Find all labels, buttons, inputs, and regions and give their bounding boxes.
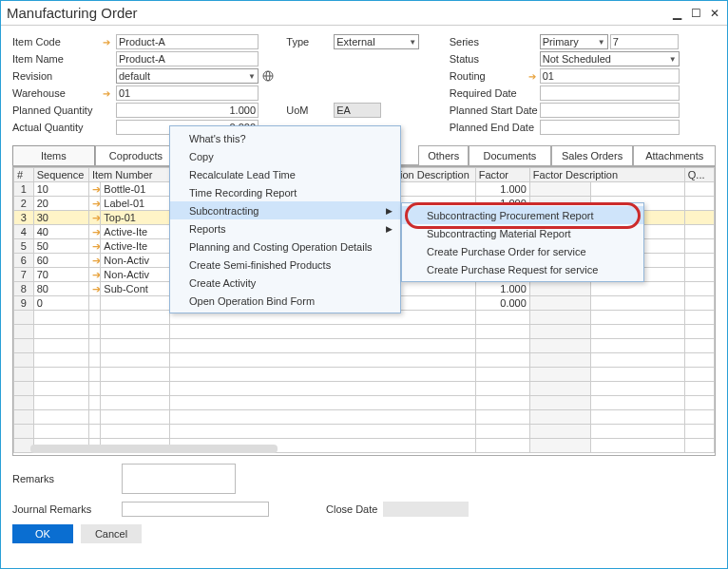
link-arrow-icon[interactable]: ➔ [88, 225, 100, 239]
menu-subcontracting[interactable]: Subcontracting ▶ [170, 201, 400, 219]
close-icon[interactable]: ✕ [708, 7, 721, 20]
tab-items[interactable]: Items [12, 145, 95, 165]
cell-item-number[interactable]: Top-01 [101, 211, 170, 225]
cell-q[interactable] [684, 282, 714, 296]
item-code-input[interactable]: Product-A [116, 34, 259, 49]
menu-copy[interactable]: Copy [170, 147, 400, 165]
revision-select[interactable]: default ▼ [116, 68, 259, 84]
planned-start-input[interactable] [540, 103, 680, 118]
cell-sequence[interactable]: 10 [33, 182, 88, 197]
cell-sequence[interactable]: 20 [33, 197, 88, 211]
tab-others[interactable]: Others [418, 145, 469, 165]
tab-coproducts[interactable]: Coproducts [95, 145, 178, 165]
ok-button[interactable]: OK [12, 524, 73, 543]
item-name-input[interactable]: Product-A [116, 51, 259, 66]
submenu-create-po-service[interactable]: Create Purchase Order for service [402, 242, 643, 260]
warehouse-input[interactable]: 01 [116, 85, 259, 101]
menu-planning-costing[interactable]: Planning and Costing Operation Details [170, 237, 400, 256]
menu-open-bind-form[interactable]: Open Operation Bind Form [170, 292, 400, 310]
minimize-icon[interactable]: ▁ [670, 7, 683, 20]
cell-q[interactable] [684, 225, 714, 239]
cell-item-number[interactable]: Non-Activ [101, 254, 170, 268]
menu-recalculate-lead-time[interactable]: Recalculate Lead Time [170, 165, 400, 183]
cell-factor[interactable]: 1.000 [475, 182, 529, 197]
col-rownum[interactable]: # [14, 168, 34, 182]
cell-item-number[interactable]: Active-Ite [101, 239, 170, 254]
journal-remarks-input[interactable] [122, 502, 269, 517]
cell-factor[interactable]: 0.000 [475, 296, 529, 311]
cell-factor-desc[interactable] [529, 182, 590, 197]
remarks-input[interactable] [122, 464, 236, 494]
cell-item-number[interactable]: Active-Ite [101, 225, 170, 239]
chevron-down-icon: ▼ [598, 38, 605, 47]
cell-sequence[interactable]: 50 [33, 239, 88, 254]
tab-sales-orders[interactable]: Sales Orders [551, 145, 634, 165]
maximize-icon[interactable]: ☐ [689, 7, 702, 20]
link-arrow-icon[interactable]: ➔ [103, 37, 116, 47]
menu-time-recording-report[interactable]: Time Recording Report [170, 183, 400, 201]
submenu-create-pr-service[interactable]: Create Purchase Request for service [402, 260, 643, 278]
cancel-button[interactable]: Cancel [81, 524, 142, 543]
type-select[interactable]: External ▼ [334, 34, 419, 49]
cell-item-number[interactable]: Bottle-01 [101, 182, 170, 197]
cell-q[interactable] [684, 254, 714, 268]
col-factor-description[interactable]: Factor Description [529, 168, 684, 182]
submenu-procurement-report[interactable]: Subcontracting Procurement Report [402, 206, 643, 224]
cell-empty[interactable] [591, 182, 685, 197]
cell-item-number[interactable]: Label-01 [101, 197, 170, 211]
menu-create-activity[interactable]: Create Activity [170, 274, 400, 292]
link-arrow-icon[interactable]: ➔ [88, 282, 100, 296]
status-select[interactable]: Not Scheduled ▼ [540, 51, 680, 66]
cell-q[interactable] [684, 296, 714, 311]
menu-whats-this[interactable]: What's this? [170, 129, 400, 147]
cell-q[interactable] [684, 211, 714, 225]
cell-sequence[interactable]: 80 [33, 282, 88, 296]
cell-q[interactable] [684, 239, 714, 254]
cell-sequence[interactable]: 0 [33, 296, 88, 311]
cell-q[interactable] [684, 268, 714, 282]
cell-sequence[interactable]: 40 [33, 225, 88, 239]
link-arrow-icon[interactable]: ➔ [88, 254, 100, 268]
link-arrow-icon[interactable]: ➔ [88, 197, 100, 211]
planned-end-input[interactable] [540, 120, 680, 135]
tab-attachments[interactable]: Attachments [633, 145, 716, 165]
submenu-material-report[interactable]: Subcontracting Material Report [402, 224, 643, 242]
col-sequence[interactable]: Sequence [33, 168, 88, 182]
context-menu: What's this? Copy Recalculate Lead Time … [169, 125, 401, 313]
cell-sequence[interactable]: 70 [33, 268, 88, 282]
link-arrow-icon[interactable]: ➔ [103, 88, 116, 99]
tab-documents[interactable]: Documents [469, 145, 551, 165]
series-select[interactable]: Primary ▼ [540, 34, 608, 49]
cell-empty[interactable] [591, 282, 685, 296]
cell-item-number[interactable]: Sub-Cont [101, 282, 170, 296]
menu-create-semifinished[interactable]: Create Semi-finished Products [170, 256, 400, 274]
series-number-input[interactable]: 7 [610, 34, 679, 49]
cell-factor-desc[interactable] [529, 282, 590, 296]
cell-q[interactable] [684, 197, 714, 211]
horizontal-scrollbar[interactable] [30, 445, 278, 453]
cell-factor[interactable]: 1.000 [475, 282, 529, 296]
required-date-input[interactable] [540, 85, 680, 101]
footer: OK Cancel [12, 524, 716, 543]
cell-item-number[interactable] [101, 296, 170, 311]
link-arrow-icon[interactable]: ➔ [528, 71, 540, 82]
menu-reports[interactable]: Reports ▶ [170, 219, 400, 237]
table-row-empty [14, 382, 715, 396]
globe-icon[interactable] [261, 69, 275, 83]
planned-qty-input[interactable]: 1.000 [116, 103, 259, 118]
col-factor[interactable]: Factor [475, 168, 529, 182]
cell-q[interactable] [684, 182, 714, 197]
cell-item-number[interactable]: Non-Activ [101, 268, 170, 282]
link-arrow-icon[interactable]: ➔ [88, 211, 100, 225]
col-item-number[interactable]: Item Number [88, 168, 169, 182]
link-arrow-icon[interactable] [88, 296, 100, 311]
link-arrow-icon[interactable]: ➔ [88, 182, 100, 197]
routing-input[interactable]: 01 [540, 68, 680, 84]
col-q[interactable]: Q... [684, 168, 714, 182]
cell-empty[interactable] [591, 296, 685, 311]
cell-sequence[interactable]: 60 [33, 254, 88, 268]
link-arrow-icon[interactable]: ➔ [88, 239, 100, 254]
cell-factor-desc[interactable] [529, 296, 590, 311]
link-arrow-icon[interactable]: ➔ [88, 268, 100, 282]
cell-sequence[interactable]: 30 [33, 211, 88, 225]
